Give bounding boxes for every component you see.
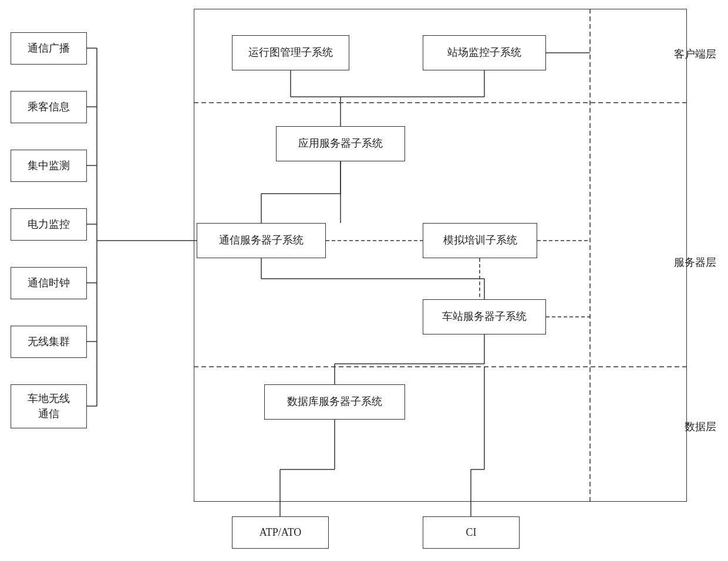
box-yingyong: 应用服务器子系统: [276, 126, 405, 161]
box-dianli-jiankong: 电力监控: [11, 208, 87, 241]
box-yunxingtu: 运行图管理子系统: [232, 35, 349, 70]
box-shujuku: 数据库服务器子系统: [264, 384, 405, 420]
box-chengke-xinxi: 乘客信息: [11, 91, 87, 123]
label-data-layer: 数据层: [685, 420, 716, 434]
box-chezhan-fuwuqi: 车站服务器子系统: [423, 299, 546, 334]
diagram: 通信广播 乘客信息 集中监测 电力监控 通信时钟 无线集群 车地无线通信 运行图…: [0, 0, 728, 561]
box-tongxin-shizhong: 通信时钟: [11, 267, 87, 299]
box-atp: ATP/ATO: [232, 516, 329, 549]
box-jizhong-jiance: 集中监测: [11, 150, 87, 182]
box-wuxian-jiqun: 无线集群: [11, 326, 87, 358]
label-server-layer: 服务器层: [674, 255, 716, 269]
box-tongxin-guangbo: 通信广播: [11, 32, 87, 65]
label-client-layer: 客户端层: [674, 47, 716, 61]
box-tongxin-fuwuqi: 通信服务器子系统: [197, 223, 326, 258]
box-chedi-wuxian: 车地无线通信: [11, 384, 87, 428]
box-moni-peixun: 模拟培训子系统: [423, 223, 537, 258]
box-zhanchang: 站场监控子系统: [423, 35, 546, 70]
box-ci: CI: [423, 516, 520, 549]
